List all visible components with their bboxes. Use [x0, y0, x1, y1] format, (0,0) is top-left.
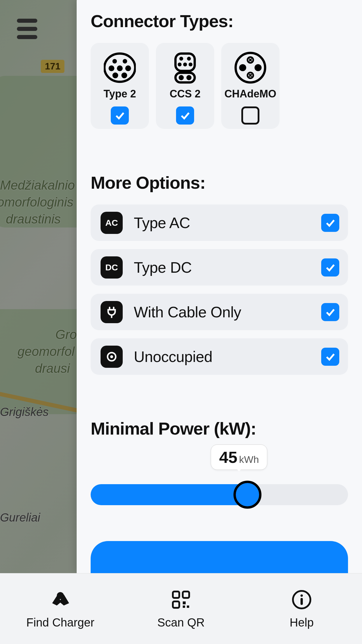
- min-power-slider[interactable]: 45 kWh: [91, 471, 348, 520]
- apply-filters-button[interactable]: [91, 541, 348, 576]
- nav-find-charger[interactable]: Find Charger: [0, 573, 121, 644]
- svg-point-28: [57, 592, 64, 599]
- svg-point-16: [186, 75, 191, 80]
- checkmark-icon: [324, 262, 336, 273]
- option-label: Unoccupied: [134, 348, 310, 365]
- nav-scan-qr[interactable]: Scan QR: [121, 573, 241, 644]
- menu-icon[interactable]: [17, 19, 43, 39]
- ccs2-connector-icon: [169, 52, 201, 84]
- svg-point-4: [117, 65, 123, 71]
- section-title-more-options: More Options:: [91, 173, 348, 193]
- svg-rect-34: [183, 606, 185, 608]
- svg-point-15: [179, 75, 184, 80]
- ac-badge-icon: AC: [101, 212, 123, 234]
- filter-panel: Connector Types: Type 2: [77, 0, 362, 573]
- svg-point-13: [189, 62, 192, 66]
- section-title-connectors: Connector Types:: [91, 11, 348, 31]
- svg-point-27: [110, 355, 113, 358]
- svg-rect-37: [301, 598, 303, 605]
- slider-unit: kWh: [239, 454, 259, 465]
- connector-label: CHAdeMO: [224, 88, 276, 100]
- svg-rect-33: [187, 606, 189, 608]
- connector-card-ccs2[interactable]: CCS 2: [156, 43, 214, 129]
- option-row-with-cable[interactable]: With Cable Only: [91, 294, 348, 330]
- connector-row: Type 2 CCS 2: [91, 43, 348, 129]
- svg-point-7: [122, 73, 127, 78]
- svg-point-10: [187, 57, 191, 61]
- option-checkbox[interactable]: [321, 348, 339, 366]
- option-label: Type DC: [134, 259, 310, 276]
- chademo-connector-icon: [234, 52, 266, 84]
- connector-card-chademo[interactable]: CHAdeMO: [221, 43, 280, 129]
- nav-help[interactable]: Help: [241, 573, 362, 644]
- map-pin-icon: [49, 589, 71, 611]
- svg-point-2: [123, 59, 127, 63]
- svg-point-6: [113, 73, 118, 78]
- option-row-type-ac[interactable]: AC Type AC: [91, 204, 348, 241]
- dc-badge-icon: DC: [101, 256, 123, 279]
- checkmark-icon: [179, 110, 191, 121]
- connector-label: CCS 2: [170, 88, 201, 100]
- svg-rect-8: [175, 54, 195, 71]
- section-title-min-power: Minimal Power (kW):: [91, 419, 348, 439]
- svg-rect-32: [183, 601, 186, 604]
- svg-point-20: [239, 64, 246, 71]
- option-label: Type AC: [134, 214, 310, 232]
- svg-rect-14: [175, 73, 195, 83]
- svg-rect-29: [173, 592, 179, 598]
- nav-label: Help: [290, 616, 314, 629]
- nav-label: Find Charger: [26, 616, 94, 629]
- svg-rect-31: [173, 601, 179, 608]
- connector-checkbox-type2[interactable]: [111, 106, 129, 125]
- svg-point-36: [301, 594, 303, 597]
- option-row-type-dc[interactable]: DC Type DC: [91, 249, 348, 286]
- connector-checkbox-chademo[interactable]: [241, 106, 259, 125]
- connector-label: Type 2: [103, 88, 136, 100]
- dim-overlay[interactable]: [0, 0, 77, 573]
- plug-icon: [101, 301, 123, 323]
- svg-point-11: [178, 62, 182, 66]
- bottom-nav: Find Charger Scan QR Help: [0, 573, 362, 644]
- svg-point-5: [125, 65, 131, 71]
- svg-point-9: [179, 57, 183, 61]
- option-checkbox[interactable]: [321, 214, 339, 232]
- status-dot-icon: [101, 346, 123, 368]
- slider-thumb[interactable]: [233, 481, 261, 509]
- svg-rect-30: [183, 592, 189, 598]
- checkmark-icon: [324, 306, 336, 318]
- option-row-unoccupied[interactable]: Unoccupied: [91, 338, 348, 375]
- svg-point-3: [109, 65, 115, 71]
- option-checkbox[interactable]: [321, 258, 339, 276]
- type2-connector-icon: [104, 52, 136, 84]
- info-icon: [291, 589, 313, 611]
- svg-point-21: [254, 64, 261, 71]
- svg-point-1: [113, 59, 117, 63]
- checkmark-icon: [324, 217, 336, 229]
- connector-card-type2[interactable]: Type 2: [91, 43, 149, 129]
- svg-point-12: [183, 62, 187, 66]
- option-checkbox[interactable]: [321, 303, 339, 321]
- qr-icon: [170, 589, 192, 611]
- slider-value-bubble: 45 kWh: [211, 444, 267, 470]
- connector-checkbox-ccs2[interactable]: [176, 106, 194, 125]
- option-label: With Cable Only: [134, 303, 310, 321]
- slider-fill: [91, 484, 254, 505]
- nav-label: Scan QR: [157, 616, 205, 629]
- checkmark-icon: [324, 351, 336, 363]
- slider-value: 45: [219, 448, 237, 467]
- checkmark-icon: [114, 110, 126, 121]
